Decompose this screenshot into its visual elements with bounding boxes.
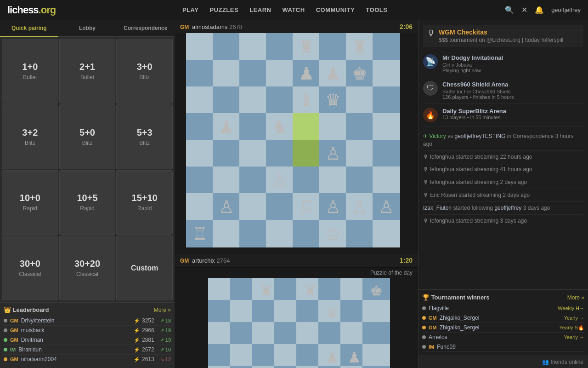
- board-square[interactable]: [346, 167, 373, 194]
- pairing-30-0[interactable]: 30+0 Classical: [2, 236, 58, 300]
- board-square[interactable]: [213, 140, 240, 167]
- leaderboard-row[interactable]: IM Biranidun ⚡2672 ↗ 10: [4, 345, 171, 355]
- tab-quick-pairing[interactable]: Quick pairing: [0, 20, 58, 37]
- board-square[interactable]: [213, 167, 240, 194]
- board-square[interactable]: [373, 140, 400, 167]
- board-square[interactable]: ♙: [266, 167, 294, 194]
- nav-learn[interactable]: LEARN: [249, 6, 271, 13]
- pairing-5-0[interactable]: 5+0 Blitz: [59, 104, 116, 169]
- board-square[interactable]: [293, 220, 320, 247]
- board-square[interactable]: [239, 60, 267, 87]
- board-square[interactable]: [346, 86, 373, 114]
- logo[interactable]: lichess.org: [7, 4, 56, 16]
- tournament-chess960[interactable]: 🛡 Chess960 Shield Arena Battle for the C…: [423, 77, 583, 104]
- board-square[interactable]: [213, 60, 240, 87]
- nav-community[interactable]: COMMUNITY: [316, 6, 355, 13]
- tournament-winner-row[interactable]: GM Zhigalko_Sergei Yearly S🔥: [422, 323, 584, 333]
- board-square[interactable]: [362, 366, 390, 368]
- pairing-3-0[interactable]: 3+0 Blitz: [116, 39, 173, 104]
- leaderboard-more[interactable]: More »: [154, 307, 171, 313]
- board-square[interactable]: [373, 113, 400, 141]
- board-square[interactable]: [239, 113, 267, 141]
- board-square[interactable]: ♜: [346, 33, 373, 61]
- cross-icon[interactable]: ✕: [521, 6, 527, 14]
- nav-tools[interactable]: TOOLS: [366, 6, 387, 13]
- tournament-mr-dodgy[interactable]: 📡 Mr Dodgy Invitational Giri v Jobava Pl…: [423, 51, 583, 77]
- board-square[interactable]: [293, 113, 320, 141]
- username[interactable]: geoffjeffrey: [551, 6, 581, 13]
- board-square[interactable]: ♔: [319, 220, 347, 247]
- tournament-winner-row[interactable]: GM Zhigalko_Sergei Yearly →: [422, 313, 584, 323]
- nav-watch[interactable]: WATCH: [282, 6, 305, 13]
- board-square[interactable]: [266, 220, 294, 247]
- pairing-10-0[interactable]: 10+0 Rapid: [2, 170, 58, 235]
- board-square[interactable]: [186, 140, 214, 167]
- board-square[interactable]: [186, 167, 214, 194]
- board-square[interactable]: [213, 86, 240, 114]
- board-square[interactable]: [239, 86, 267, 114]
- board-square[interactable]: [362, 344, 390, 368]
- board-square[interactable]: ♖: [293, 193, 320, 221]
- board-square[interactable]: [239, 33, 267, 61]
- board-square[interactable]: ♛: [319, 86, 347, 114]
- pairing-1-0[interactable]: 1+0 Bullet: [2, 39, 58, 104]
- wgm-stream[interactable]: 🎙 WGM Checkitas $$$ tournament on @Liche…: [423, 25, 583, 47]
- board-square[interactable]: ♙: [319, 140, 347, 167]
- pairing-custom[interactable]: Custom: [116, 236, 173, 300]
- board-square[interactable]: [293, 140, 320, 167]
- board-square[interactable]: [293, 167, 320, 194]
- board-square[interactable]: [373, 86, 400, 114]
- tournament-winner-row[interactable]: Arnelos Yearly →: [422, 333, 584, 342]
- board-square[interactable]: [186, 60, 214, 87]
- board-square[interactable]: [266, 33, 294, 61]
- board-square[interactable]: ♙: [213, 193, 240, 221]
- board-square[interactable]: [346, 140, 373, 167]
- board-square[interactable]: [266, 86, 294, 114]
- board-square[interactable]: [266, 60, 294, 87]
- board-square[interactable]: [319, 33, 347, 61]
- board-square[interactable]: [346, 220, 373, 247]
- bell-icon[interactable]: 🔔: [535, 6, 544, 14]
- board-square[interactable]: ♙: [319, 193, 347, 221]
- pairing-5-3[interactable]: 5+3 Blitz: [116, 104, 173, 169]
- board-square[interactable]: ♝: [293, 86, 320, 114]
- board-square[interactable]: [186, 86, 214, 114]
- tab-correspondence[interactable]: Correspondence: [116, 20, 175, 36]
- board-square[interactable]: ♚: [346, 60, 373, 87]
- board-square[interactable]: [373, 167, 400, 194]
- nav-play[interactable]: PLAY: [182, 6, 198, 13]
- board-square[interactable]: ♖: [186, 220, 214, 247]
- board-square[interactable]: [319, 167, 347, 194]
- board-square[interactable]: [373, 33, 400, 61]
- board-square[interactable]: [319, 113, 347, 141]
- board-square[interactable]: [239, 193, 267, 221]
- board-square[interactable]: [346, 113, 373, 141]
- board-square[interactable]: ♜: [293, 33, 320, 61]
- board-square[interactable]: [239, 140, 267, 167]
- board-square[interactable]: [373, 220, 400, 247]
- board-square[interactable]: [266, 193, 294, 221]
- board-square[interactable]: ♟: [319, 60, 347, 87]
- pairing-2-1[interactable]: 2+1 Bullet: [59, 39, 116, 104]
- tournament-winner-row[interactable]: IM Funo09: [422, 342, 584, 352]
- tab-lobby[interactable]: Lobby: [58, 20, 117, 36]
- tournament-superblitz[interactable]: 🔥 Daily SuperBlitz Arena 13 players • in…: [423, 104, 583, 126]
- board-square[interactable]: [373, 60, 400, 87]
- board-square[interactable]: [213, 33, 240, 61]
- board-square[interactable]: [186, 193, 214, 221]
- board-square[interactable]: [239, 220, 267, 247]
- pairing-30-20[interactable]: 30+20 Classical: [59, 236, 116, 300]
- tournament-winner-row[interactable]: Flagville Weekly H→: [422, 304, 584, 313]
- board-square[interactable]: [186, 33, 214, 61]
- board-square[interactable]: ♟: [213, 113, 240, 141]
- leaderboard-row[interactable]: GM muisback ⚡2966 ↗ 19: [4, 326, 171, 335]
- nav-puzzles[interactable]: PUZZLES: [209, 6, 238, 13]
- board-square[interactable]: [266, 140, 294, 167]
- leaderboard-row[interactable]: GM Drvitman ⚡2881 ↗ 19: [4, 335, 171, 345]
- board-square[interactable]: ♟: [293, 60, 320, 87]
- board-square[interactable]: ♙: [346, 193, 373, 221]
- pairing-15-10[interactable]: 15+10 Rapid: [116, 170, 173, 235]
- board-square[interactable]: [213, 220, 240, 247]
- board-square[interactable]: ♙: [373, 193, 400, 221]
- board-square[interactable]: [186, 113, 214, 141]
